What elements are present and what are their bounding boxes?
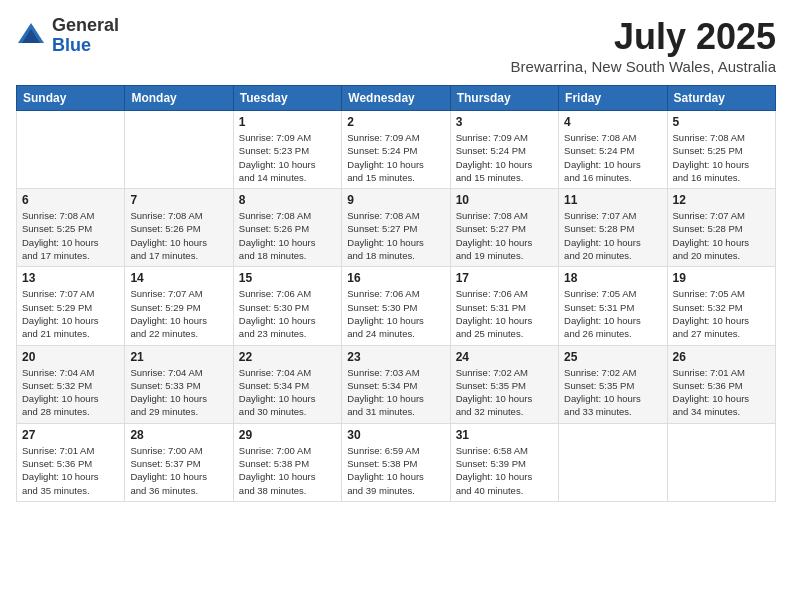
calendar-cell: 29Sunrise: 7:00 AM Sunset: 5:38 PM Dayli…: [233, 423, 341, 501]
calendar-cell: 7Sunrise: 7:08 AM Sunset: 5:26 PM Daylig…: [125, 189, 233, 267]
month-year-title: July 2025: [511, 16, 776, 58]
calendar-cell: 9Sunrise: 7:08 AM Sunset: 5:27 PM Daylig…: [342, 189, 450, 267]
day-number: 25: [564, 350, 661, 364]
day-info: Sunrise: 7:07 AM Sunset: 5:29 PM Dayligh…: [22, 287, 119, 340]
day-info: Sunrise: 6:59 AM Sunset: 5:38 PM Dayligh…: [347, 444, 444, 497]
calendar-cell: 24Sunrise: 7:02 AM Sunset: 5:35 PM Dayli…: [450, 345, 558, 423]
day-number: 1: [239, 115, 336, 129]
day-number: 13: [22, 271, 119, 285]
day-number: 19: [673, 271, 770, 285]
day-number: 6: [22, 193, 119, 207]
weekday-header-tuesday: Tuesday: [233, 86, 341, 111]
weekday-header-row: SundayMondayTuesdayWednesdayThursdayFrid…: [17, 86, 776, 111]
week-row-5: 27Sunrise: 7:01 AM Sunset: 5:36 PM Dayli…: [17, 423, 776, 501]
calendar-cell: 25Sunrise: 7:02 AM Sunset: 5:35 PM Dayli…: [559, 345, 667, 423]
day-info: Sunrise: 7:09 AM Sunset: 5:24 PM Dayligh…: [347, 131, 444, 184]
day-number: 2: [347, 115, 444, 129]
day-number: 17: [456, 271, 553, 285]
calendar-cell: 3Sunrise: 7:09 AM Sunset: 5:24 PM Daylig…: [450, 111, 558, 189]
day-number: 30: [347, 428, 444, 442]
day-info: Sunrise: 7:01 AM Sunset: 5:36 PM Dayligh…: [673, 366, 770, 419]
calendar-cell: 18Sunrise: 7:05 AM Sunset: 5:31 PM Dayli…: [559, 267, 667, 345]
day-number: 29: [239, 428, 336, 442]
day-number: 23: [347, 350, 444, 364]
day-info: Sunrise: 7:01 AM Sunset: 5:36 PM Dayligh…: [22, 444, 119, 497]
calendar-cell: 21Sunrise: 7:04 AM Sunset: 5:33 PM Dayli…: [125, 345, 233, 423]
calendar-cell: 11Sunrise: 7:07 AM Sunset: 5:28 PM Dayli…: [559, 189, 667, 267]
day-number: 7: [130, 193, 227, 207]
calendar-cell: 20Sunrise: 7:04 AM Sunset: 5:32 PM Dayli…: [17, 345, 125, 423]
day-info: Sunrise: 7:08 AM Sunset: 5:26 PM Dayligh…: [130, 209, 227, 262]
calendar-cell: [17, 111, 125, 189]
calendar-table: SundayMondayTuesdayWednesdayThursdayFrid…: [16, 85, 776, 502]
day-number: 11: [564, 193, 661, 207]
day-info: Sunrise: 7:02 AM Sunset: 5:35 PM Dayligh…: [564, 366, 661, 419]
calendar-cell: 19Sunrise: 7:05 AM Sunset: 5:32 PM Dayli…: [667, 267, 775, 345]
day-info: Sunrise: 7:06 AM Sunset: 5:30 PM Dayligh…: [347, 287, 444, 340]
weekday-header-sunday: Sunday: [17, 86, 125, 111]
day-number: 4: [564, 115, 661, 129]
calendar-cell: [559, 423, 667, 501]
calendar-cell: 22Sunrise: 7:04 AM Sunset: 5:34 PM Dayli…: [233, 345, 341, 423]
logo-text: General Blue: [52, 16, 119, 56]
day-number: 14: [130, 271, 227, 285]
weekday-header-monday: Monday: [125, 86, 233, 111]
day-info: Sunrise: 7:05 AM Sunset: 5:31 PM Dayligh…: [564, 287, 661, 340]
day-info: Sunrise: 7:09 AM Sunset: 5:24 PM Dayligh…: [456, 131, 553, 184]
day-info: Sunrise: 7:08 AM Sunset: 5:27 PM Dayligh…: [347, 209, 444, 262]
calendar-cell: 31Sunrise: 6:58 AM Sunset: 5:39 PM Dayli…: [450, 423, 558, 501]
calendar-cell: 10Sunrise: 7:08 AM Sunset: 5:27 PM Dayli…: [450, 189, 558, 267]
calendar-cell: 12Sunrise: 7:07 AM Sunset: 5:28 PM Dayli…: [667, 189, 775, 267]
weekday-header-wednesday: Wednesday: [342, 86, 450, 111]
day-info: Sunrise: 7:08 AM Sunset: 5:25 PM Dayligh…: [673, 131, 770, 184]
day-info: Sunrise: 7:08 AM Sunset: 5:25 PM Dayligh…: [22, 209, 119, 262]
title-block: July 2025 Brewarrina, New South Wales, A…: [511, 16, 776, 75]
day-number: 15: [239, 271, 336, 285]
day-info: Sunrise: 7:08 AM Sunset: 5:24 PM Dayligh…: [564, 131, 661, 184]
calendar-cell: 2Sunrise: 7:09 AM Sunset: 5:24 PM Daylig…: [342, 111, 450, 189]
calendar-cell: 26Sunrise: 7:01 AM Sunset: 5:36 PM Dayli…: [667, 345, 775, 423]
logo: General Blue: [16, 16, 119, 56]
week-row-1: 1Sunrise: 7:09 AM Sunset: 5:23 PM Daylig…: [17, 111, 776, 189]
day-number: 27: [22, 428, 119, 442]
page-header: General Blue July 2025 Brewarrina, New S…: [16, 16, 776, 75]
calendar-cell: 30Sunrise: 6:59 AM Sunset: 5:38 PM Dayli…: [342, 423, 450, 501]
weekday-header-thursday: Thursday: [450, 86, 558, 111]
day-info: Sunrise: 7:04 AM Sunset: 5:33 PM Dayligh…: [130, 366, 227, 419]
day-number: 3: [456, 115, 553, 129]
logo-general-text: General: [52, 16, 119, 36]
day-info: Sunrise: 7:00 AM Sunset: 5:38 PM Dayligh…: [239, 444, 336, 497]
weekday-header-friday: Friday: [559, 86, 667, 111]
day-info: Sunrise: 7:02 AM Sunset: 5:35 PM Dayligh…: [456, 366, 553, 419]
day-number: 12: [673, 193, 770, 207]
calendar-cell: 1Sunrise: 7:09 AM Sunset: 5:23 PM Daylig…: [233, 111, 341, 189]
day-info: Sunrise: 7:08 AM Sunset: 5:27 PM Dayligh…: [456, 209, 553, 262]
calendar-cell: [667, 423, 775, 501]
day-info: Sunrise: 7:07 AM Sunset: 5:29 PM Dayligh…: [130, 287, 227, 340]
day-number: 20: [22, 350, 119, 364]
weekday-header-saturday: Saturday: [667, 86, 775, 111]
day-info: Sunrise: 6:58 AM Sunset: 5:39 PM Dayligh…: [456, 444, 553, 497]
week-row-2: 6Sunrise: 7:08 AM Sunset: 5:25 PM Daylig…: [17, 189, 776, 267]
day-info: Sunrise: 7:07 AM Sunset: 5:28 PM Dayligh…: [673, 209, 770, 262]
logo-icon: [16, 21, 46, 51]
day-info: Sunrise: 7:07 AM Sunset: 5:28 PM Dayligh…: [564, 209, 661, 262]
day-info: Sunrise: 7:04 AM Sunset: 5:32 PM Dayligh…: [22, 366, 119, 419]
day-info: Sunrise: 7:09 AM Sunset: 5:23 PM Dayligh…: [239, 131, 336, 184]
calendar-cell: 13Sunrise: 7:07 AM Sunset: 5:29 PM Dayli…: [17, 267, 125, 345]
day-number: 28: [130, 428, 227, 442]
week-row-4: 20Sunrise: 7:04 AM Sunset: 5:32 PM Dayli…: [17, 345, 776, 423]
calendar-cell: 27Sunrise: 7:01 AM Sunset: 5:36 PM Dayli…: [17, 423, 125, 501]
day-info: Sunrise: 7:08 AM Sunset: 5:26 PM Dayligh…: [239, 209, 336, 262]
day-info: Sunrise: 7:04 AM Sunset: 5:34 PM Dayligh…: [239, 366, 336, 419]
calendar-cell: 28Sunrise: 7:00 AM Sunset: 5:37 PM Dayli…: [125, 423, 233, 501]
day-number: 18: [564, 271, 661, 285]
calendar-cell: 8Sunrise: 7:08 AM Sunset: 5:26 PM Daylig…: [233, 189, 341, 267]
calendar-cell: [125, 111, 233, 189]
day-info: Sunrise: 7:05 AM Sunset: 5:32 PM Dayligh…: [673, 287, 770, 340]
calendar-cell: 5Sunrise: 7:08 AM Sunset: 5:25 PM Daylig…: [667, 111, 775, 189]
calendar-cell: 14Sunrise: 7:07 AM Sunset: 5:29 PM Dayli…: [125, 267, 233, 345]
day-info: Sunrise: 7:06 AM Sunset: 5:31 PM Dayligh…: [456, 287, 553, 340]
day-number: 9: [347, 193, 444, 207]
calendar-cell: 16Sunrise: 7:06 AM Sunset: 5:30 PM Dayli…: [342, 267, 450, 345]
